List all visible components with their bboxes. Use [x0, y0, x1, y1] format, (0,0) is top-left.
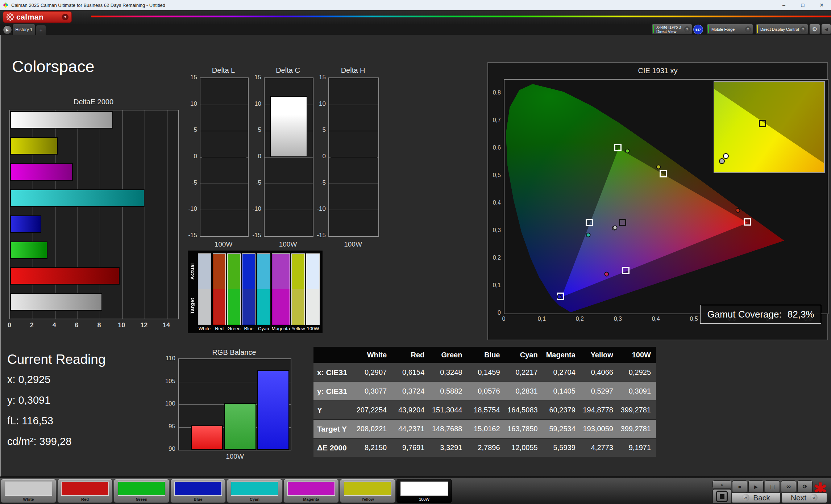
- deltae-bar-red: [10, 267, 120, 285]
- pattern-button-cyan[interactable]: Cyan: [227, 479, 282, 503]
- table-cell: 2,7896: [467, 444, 505, 452]
- y-tick-label: -10: [317, 205, 326, 213]
- current-reading-title: Current Reading: [7, 352, 105, 367]
- table-cell: 0,2831: [505, 387, 543, 395]
- cie-x-tick-label: 0,1: [538, 316, 546, 322]
- cie-x-tick-label: 0: [502, 316, 506, 322]
- rgb-balance-x-label: 100W: [226, 453, 244, 461]
- bottom-bar: WhiteRedGreenBlueCyanMagentaYellow100W ▲…: [0, 476, 831, 504]
- column-header-white: White: [354, 351, 392, 359]
- settings-button[interactable]: ⚙: [809, 24, 820, 34]
- y-tick-label: 0: [194, 153, 197, 160]
- pattern-swatch: [174, 482, 222, 496]
- cie-y-tick-label: 0: [498, 310, 501, 316]
- tab-history-1[interactable]: History 1: [12, 24, 36, 35]
- table-cell: 0,5882: [429, 387, 467, 395]
- pattern-button-blue[interactable]: Blue: [170, 479, 226, 503]
- rgb-balance-chart: [178, 358, 291, 450]
- swatch-label: 100W: [306, 325, 320, 332]
- target-row-label: Target: [190, 289, 195, 323]
- close-button[interactable]: ✕: [812, 0, 831, 10]
- zero-value-line: [331, 157, 377, 158]
- column-header-yellow: Yellow: [581, 351, 618, 359]
- source-dropdown[interactable]: Mobile Forge ▼: [707, 24, 753, 34]
- pattern-button-label: Magenta: [284, 497, 338, 501]
- pattern-button-yellow[interactable]: Yellow: [340, 479, 395, 503]
- calman-menu-button[interactable]: calman ▼: [3, 11, 72, 23]
- display-status-stripe: [757, 25, 758, 33]
- display-control-dropdown[interactable]: Direct Display Control ▼: [756, 24, 808, 34]
- gridline: [200, 105, 248, 105]
- current-reading-value: fL: 116,53: [7, 415, 53, 427]
- pattern-button-green[interactable]: Green: [114, 479, 169, 503]
- table-cell: 0,6154: [392, 368, 429, 377]
- current-reading-value: cd/m²: 399,28: [7, 436, 71, 448]
- pattern-button-100w[interactable]: 100W: [396, 479, 452, 503]
- swatch-stack: [272, 253, 290, 325]
- actual-swatch: [272, 254, 290, 289]
- table-cell: 151,3044: [429, 406, 467, 414]
- y-tick-label: 10: [319, 100, 326, 108]
- gamut-coverage-readout: Gamut Coverage: 82,3%: [700, 305, 821, 324]
- pattern-button-magenta[interactable]: Magenta: [283, 479, 339, 503]
- swatch-label: Yellow: [291, 325, 305, 332]
- swatch-column-cyan: Cyan: [257, 253, 270, 332]
- deltae-bar-green: [10, 242, 47, 259]
- app-icon: [3, 3, 8, 8]
- window-title: Calman 2025 Calman Ultimate for Business…: [11, 3, 165, 8]
- swatch-stack: [227, 253, 241, 325]
- deltae-bar-white: [10, 293, 102, 311]
- add-tab-button[interactable]: +: [36, 25, 46, 35]
- cie-1931-panel: CIE 1931 xy: [487, 62, 828, 340]
- next-button[interactable]: Next »: [781, 492, 827, 503]
- x-tick-label: 12: [140, 322, 147, 329]
- y-tick-label: 10: [190, 100, 197, 108]
- target-swatch: [213, 289, 226, 325]
- read-series-button[interactable]: [··]: [765, 480, 780, 493]
- pattern-button-label: Yellow: [340, 497, 395, 501]
- gridline: [200, 210, 248, 210]
- chevron-down-icon: ▼: [745, 26, 751, 32]
- maximize-button[interactable]: □: [793, 0, 812, 10]
- table-cell: 59,2534: [543, 425, 581, 433]
- table-row: Target Y208,022144,2371148,768815,016216…: [313, 419, 656, 438]
- play-icon: ▶: [754, 484, 758, 490]
- x-category-label: 100W: [279, 240, 297, 248]
- table-cell: 399,2781: [618, 406, 656, 414]
- pattern-button-label: Green: [114, 497, 169, 501]
- chevron-left-icon: ◀: [824, 27, 828, 32]
- deltae-bar-100w: [10, 111, 113, 129]
- column-header-cyan: Cyan: [505, 351, 543, 359]
- swatch-column-100w: 100W: [306, 253, 320, 332]
- table-cell: 0,3248: [429, 368, 467, 377]
- minimize-button[interactable]: –: [774, 0, 793, 10]
- gridline: [329, 210, 378, 210]
- table-cell: 3,3291: [429, 444, 467, 452]
- refresh-button[interactable]: ⟳: [797, 480, 813, 493]
- pattern-button-red[interactable]: Red: [57, 479, 113, 503]
- target-swatch: [307, 289, 319, 325]
- collapse-panel-button[interactable]: ◀: [821, 24, 831, 34]
- continuous-read-button[interactable]: ∞: [781, 480, 796, 493]
- table-cell: 0,2925: [618, 368, 656, 377]
- stop-measure-button[interactable]: ■: [732, 480, 747, 493]
- back-button[interactable]: « Back: [731, 492, 781, 503]
- gridline: [145, 110, 145, 319]
- table-cell: 207,2254: [354, 406, 392, 414]
- target-swatch: [242, 289, 255, 325]
- y-tick-label: 95: [169, 423, 175, 430]
- gridline: [167, 110, 167, 319]
- table-cell: 9,1971: [618, 444, 656, 452]
- table-cell: 43,9204: [392, 406, 429, 414]
- table-cell: 193,0059: [581, 425, 618, 433]
- column-header-magenta: Magenta: [543, 351, 581, 359]
- layout-nav-button[interactable]: ▶: [3, 25, 12, 34]
- expand-transport-button[interactable]: ▲: [712, 480, 731, 488]
- x-tick-label: 2: [30, 322, 34, 329]
- read-button[interactable]: ▶: [748, 480, 764, 493]
- pattern-window-button[interactable]: [712, 489, 731, 504]
- meter-status-stripe: [653, 25, 654, 33]
- pattern-button-white[interactable]: White: [1, 479, 56, 503]
- meter-dropdown[interactable]: X-Rite i1Pro 3 Direct View ▼: [652, 24, 692, 34]
- table-cell: 0,3077: [354, 387, 392, 395]
